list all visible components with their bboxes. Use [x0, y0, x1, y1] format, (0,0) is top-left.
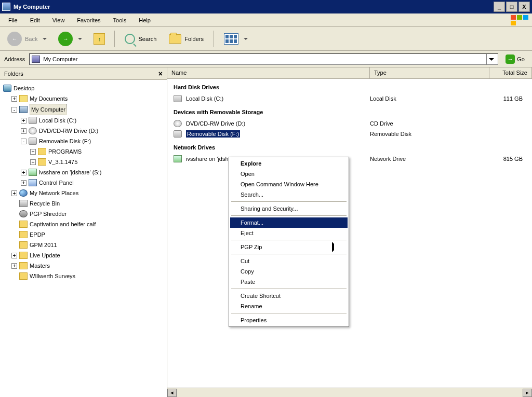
expander-plus[interactable]: + — [21, 180, 26, 186]
scroll-right-button[interactable]: ▸ — [523, 389, 532, 397]
search-icon — [125, 34, 135, 44]
tree-live-update[interactable]: Live Update — [30, 250, 60, 261]
tree-ivsshare[interactable]: ivsshare on 'jdshare' (S:) — [39, 167, 101, 177]
address-dropdown-icon[interactable] — [486, 54, 496, 64]
maximize-button[interactable]: □ — [506, 2, 517, 12]
tree-dvd[interactable]: DVD/CD-RW Drive (D:) — [39, 126, 98, 136]
folder-icon — [19, 241, 28, 249]
tree-desktop[interactable]: Desktop — [14, 83, 34, 93]
tree-my-documents[interactable]: My Documents — [30, 93, 68, 104]
column-name[interactable]: Name — [167, 67, 370, 78]
ctx-cut[interactable]: Cut — [230, 256, 348, 266]
go-button[interactable]: → Go — [502, 53, 528, 65]
item-ivsshare[interactable]: ivsshare on 'jdshare' (S:) Network Drive… — [167, 154, 532, 164]
back-dropdown-icon[interactable] — [41, 36, 47, 42]
item-dvd[interactable]: DVD/CD-RW Drive (D:) CD Drive — [167, 118, 532, 129]
list-header: Name Type Total Size — [167, 67, 532, 79]
expander-plus[interactable]: + — [11, 263, 17, 269]
scroll-track[interactable] — [177, 389, 523, 397]
folders-icon — [169, 34, 181, 44]
ctx-sharing[interactable]: Sharing and Security... — [230, 203, 348, 214]
tree-network-places[interactable]: My Network Places — [30, 188, 78, 198]
ctx-pgp-zip[interactable]: PGP Zip — [230, 242, 348, 252]
ctx-copy[interactable]: Copy — [230, 266, 348, 277]
tree-epdp[interactable]: EPDP — [30, 229, 45, 240]
folder-icon — [19, 262, 28, 269]
forward-button[interactable]: → — [54, 30, 86, 48]
forward-dropdown-icon[interactable] — [76, 36, 82, 42]
tree-removable-f[interactable]: Removable Disk (F:) — [39, 136, 91, 146]
ctx-open[interactable]: Open — [230, 169, 348, 179]
expander-plus[interactable]: + — [21, 170, 26, 175]
up-button[interactable]: ↑ — [89, 31, 109, 47]
folders-label: Folders — [184, 36, 204, 42]
expander-plus[interactable]: + — [11, 190, 17, 196]
expander-plus[interactable]: + — [21, 128, 26, 134]
expander-plus[interactable]: + — [30, 159, 36, 165]
network-places-icon — [19, 189, 28, 197]
tree-v31[interactable]: V_3.1.1475 — [48, 157, 77, 167]
menubar: File Edit View Favorites Tools Help — [0, 13, 532, 27]
tree-local-c[interactable]: Local Disk (C:) — [39, 115, 76, 126]
menu-edit[interactable]: Edit — [25, 16, 45, 25]
tree-willwerth[interactable]: WIllwerth Surveys — [30, 271, 75, 281]
pgp-shredder-icon — [19, 210, 28, 217]
menu-file[interactable]: File — [3, 16, 23, 25]
ctx-paste[interactable]: Paste — [230, 277, 348, 287]
ctx-create-shortcut[interactable]: Create Shortcut — [230, 291, 348, 301]
expander-plus[interactable]: + — [21, 118, 26, 124]
menu-view[interactable]: View — [47, 16, 70, 25]
column-type[interactable]: Type — [370, 67, 489, 78]
ctx-eject[interactable]: Eject — [230, 228, 348, 238]
tree-programs[interactable]: PROGRAMS — [48, 146, 82, 157]
close-button[interactable]: X — [518, 2, 530, 12]
ctx-separator — [231, 289, 347, 289]
expander-minus[interactable]: - — [11, 107, 17, 113]
ctx-open-cmd[interactable]: Open Command Window Here — [230, 179, 348, 189]
forward-arrow-icon: → — [58, 32, 73, 46]
expander-plus[interactable]: + — [11, 96, 17, 102]
tree-gpm[interactable]: GPM 2011 — [30, 240, 57, 250]
scroll-left-button[interactable]: ◂ — [167, 389, 177, 397]
up-folder-icon: ↑ — [94, 33, 105, 45]
menu-tools[interactable]: Tools — [108, 16, 132, 25]
group-removable-storage: Devices with Removable Storage — [167, 104, 532, 118]
ctx-separator — [231, 201, 347, 202]
expander-plus[interactable]: + — [11, 253, 17, 258]
ctx-separator — [231, 254, 347, 254]
ctx-format[interactable]: Format... — [230, 217, 348, 228]
ctx-explore[interactable]: Explore — [230, 158, 348, 169]
ctx-rename[interactable]: Rename — [230, 301, 348, 311]
tree-captivation[interactable]: Captivation and heifer calf — [30, 219, 96, 229]
column-size[interactable]: Total Size — [489, 67, 532, 78]
tree-masters[interactable]: Masters — [30, 261, 50, 271]
search-button[interactable]: Search — [120, 31, 161, 47]
item-removable-f[interactable]: Removable Disk (F:) Removable Disk — [167, 129, 532, 139]
content-pane: Name Type Total Size Hard Disk Drives Lo… — [167, 67, 532, 397]
tree-pgp-shredder[interactable]: PGP Shredder — [30, 209, 66, 219]
addressbar: Address My Computer → Go — [0, 51, 532, 67]
views-dropdown-icon[interactable] — [242, 36, 248, 42]
tree-control-panel[interactable]: Control Panel — [39, 177, 74, 188]
folder-tree[interactable]: Desktop +My Documents -My Computer +Loca… — [0, 80, 167, 397]
expander-plus[interactable]: + — [30, 149, 36, 155]
address-field[interactable]: My Computer — [29, 53, 498, 65]
menu-help[interactable]: Help — [134, 16, 156, 25]
folders-button[interactable]: Folders — [164, 32, 208, 46]
horizontal-scrollbar[interactable]: ◂ ▸ — [167, 388, 532, 397]
tree-recycle-bin[interactable]: Recycle Bin — [30, 198, 60, 209]
toolbar-separator — [114, 31, 115, 47]
back-button: ← Back — [3, 30, 51, 48]
windows-flag-icon — [510, 15, 529, 26]
views-button[interactable] — [219, 31, 252, 47]
minimize-button[interactable]: _ — [494, 2, 505, 12]
ctx-properties[interactable]: Properties — [230, 315, 348, 325]
item-local-c[interactable]: Local Disk (C:) Local Disk 111 GB — [167, 93, 532, 104]
expander-minus[interactable]: - — [21, 139, 26, 144]
menu-favorites[interactable]: Favorites — [72, 16, 105, 25]
list-body[interactable]: Hard Disk Drives Local Disk (C:) Local D… — [167, 79, 532, 388]
folder-icon — [19, 231, 28, 238]
folders-pane-close-icon[interactable]: × — [158, 70, 163, 78]
ctx-search[interactable]: Search... — [230, 189, 348, 200]
tree-my-computer[interactable]: My Computer — [30, 104, 67, 115]
